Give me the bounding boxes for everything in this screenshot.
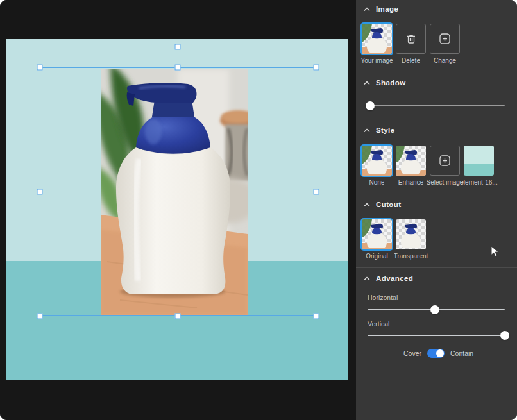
mini-bottle-photo-icon (362, 146, 392, 176)
two-tone-swatch (464, 146, 494, 176)
thumb-label: None (369, 179, 385, 186)
fit-mode-toggle-row: Cover Contain (403, 349, 473, 358)
section-header-shadow[interactable]: Shadow (364, 79, 406, 87)
chevron-up-icon (364, 203, 370, 207)
chevron-up-icon (364, 276, 370, 281)
thumb-label: Enhance (398, 179, 423, 186)
style-options-row: None Enhance (362, 146, 494, 186)
product-thumbnail[interactable] (362, 146, 392, 176)
chevron-up-icon (364, 81, 370, 85)
cutout-options-row: Original Transparent (362, 219, 426, 260)
resize-handle-middle-right[interactable] (314, 189, 319, 195)
fit-mode-toggle[interactable] (427, 349, 445, 358)
style-select-image-option[interactable]: Select image (430, 146, 460, 186)
slider-track[interactable] (368, 335, 505, 336)
product-cutout-thumbnail[interactable] (396, 219, 426, 249)
section-divider (356, 267, 517, 268)
mini-bottle-photo-icon (396, 146, 426, 176)
section-title: Style (376, 126, 395, 134)
slider-knob[interactable] (500, 331, 509, 340)
side-panel: Image Your image (356, 0, 517, 420)
delete-image-option[interactable]: Delete (396, 24, 426, 64)
selection-box[interactable] (40, 67, 316, 316)
section-header-style[interactable]: Style (364, 126, 395, 134)
plus-icon (439, 155, 451, 167)
section-divider (356, 71, 517, 71)
section-divider (356, 194, 517, 194)
chevron-up-icon (364, 128, 370, 133)
product-thumbnail[interactable] (362, 24, 392, 54)
your-image-option[interactable]: Your image (362, 24, 392, 64)
section-divider (356, 119, 517, 119)
change-button[interactable] (430, 24, 460, 54)
thumb-label: Transparent (394, 253, 428, 260)
mini-bottle-photo-icon (362, 219, 392, 249)
product-thumbnail[interactable] (396, 146, 426, 176)
change-image-option[interactable]: Change (430, 24, 460, 64)
thumb-label: Delete (402, 57, 420, 64)
horizontal-slider[interactable] (368, 305, 505, 314)
product-thumbnail[interactable] (362, 219, 392, 249)
cover-label: Cover (403, 349, 421, 357)
cutout-transparent-option[interactable]: Transparent (396, 219, 426, 260)
cutout-original-option[interactable]: Original (362, 219, 392, 260)
style-none-option[interactable]: None (362, 146, 392, 186)
teal-swatch-thumbnail[interactable] (464, 146, 494, 176)
vertical-slider[interactable] (368, 331, 505, 340)
thumb-label: Change (434, 57, 456, 64)
trash-icon (405, 33, 417, 45)
image-options-row: Your image Delete (362, 24, 460, 64)
slider-knob[interactable] (366, 101, 375, 110)
section-title: Shadow (376, 79, 406, 87)
toggle-knob (436, 349, 444, 357)
plus-icon (439, 33, 451, 45)
section-title: Cutout (376, 201, 401, 208)
mini-bottle-cutout-icon (396, 219, 426, 249)
style-enhance-option[interactable]: Enhance (396, 146, 426, 186)
thumb-label: Select image (427, 179, 464, 186)
resize-handle-top-right[interactable] (314, 65, 319, 71)
resize-handle-middle-left[interactable] (37, 189, 43, 195)
slider-track[interactable] (368, 105, 505, 106)
contain-label: Contain (450, 349, 473, 357)
thumb-label: Original (366, 253, 387, 260)
thumb-label: Your image (360, 57, 393, 64)
section-title: Image (376, 5, 398, 13)
style-element-option[interactable]: element-16... (464, 146, 494, 186)
slider-knob[interactable] (430, 305, 439, 314)
mini-bottle-photo-icon (362, 24, 392, 54)
chevron-up-icon (364, 7, 370, 12)
resize-handle-top-center[interactable] (175, 65, 181, 71)
section-divider (356, 369, 517, 369)
mouse-cursor-icon (491, 246, 499, 258)
resize-handle-top-left[interactable] (37, 65, 43, 71)
section-header-advanced[interactable]: Advanced (364, 274, 413, 282)
horizontal-label: Horizontal (368, 294, 398, 301)
resize-handle-bottom-center[interactable] (175, 314, 181, 319)
section-title: Advanced (376, 274, 413, 282)
resize-handle-bottom-left[interactable] (37, 314, 43, 319)
thumb-label: element-16... (460, 179, 497, 186)
canvas-area[interactable] (0, 0, 356, 420)
select-image-button[interactable] (430, 146, 460, 176)
delete-button[interactable] (396, 24, 426, 54)
image-editor-window: Image Your image (0, 0, 517, 420)
section-header-cutout[interactable]: Cutout (364, 201, 401, 208)
resize-handle-bottom-right[interactable] (314, 314, 319, 319)
rotate-handle[interactable] (175, 44, 181, 50)
shadow-slider[interactable] (368, 101, 505, 110)
vertical-label: Vertical (368, 320, 389, 328)
section-header-image[interactable]: Image (364, 5, 398, 13)
